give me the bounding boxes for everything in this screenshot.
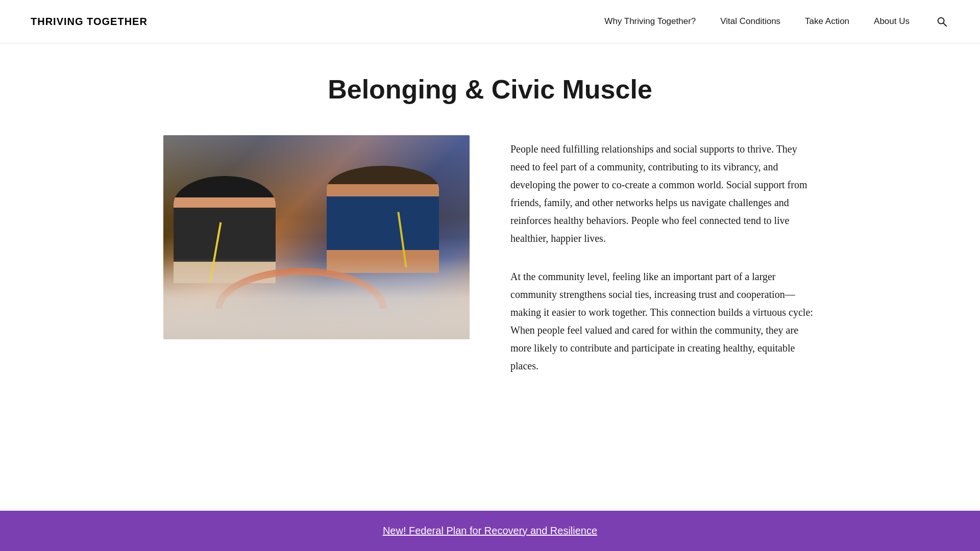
figure-left (174, 176, 276, 319)
svg-line-1 (943, 23, 946, 26)
nav-vital-conditions[interactable]: Vital Conditions (720, 16, 780, 27)
site-header: THRIVING TOGETHER Why Thriving Together?… (0, 0, 980, 43)
main-image (163, 135, 470, 339)
search-button[interactable] (934, 14, 949, 29)
page-title: Belonging & Civic Muscle (163, 74, 817, 105)
text-column: People need fulfilling relationships and… (510, 135, 817, 395)
site-logo[interactable]: THRIVING TOGETHER (31, 16, 148, 28)
announcement-banner: New! Federal Plan for Recovery and Resil… (0, 511, 980, 551)
nav-why-thriving[interactable]: Why Thriving Together? (604, 16, 696, 27)
main-content: Belonging & Civic Muscle People need ful… (122, 43, 857, 436)
content-layout: People need fulfilling relationships and… (163, 135, 817, 395)
image-column (163, 135, 470, 339)
figure-right (327, 166, 439, 319)
nav-take-action[interactable]: Take Action (805, 16, 849, 27)
paragraph-1: People need fulfilling relationships and… (510, 140, 817, 247)
search-icon (936, 16, 947, 27)
paint-arc (215, 268, 387, 309)
paragraph-2: At the community level, feeling like an … (510, 268, 817, 375)
paint-design (194, 258, 408, 309)
nav-about-us[interactable]: About Us (874, 16, 910, 27)
banner-link[interactable]: New! Federal Plan for Recovery and Resil… (383, 525, 597, 536)
main-nav: Why Thriving Together? Vital Conditions … (604, 14, 949, 29)
